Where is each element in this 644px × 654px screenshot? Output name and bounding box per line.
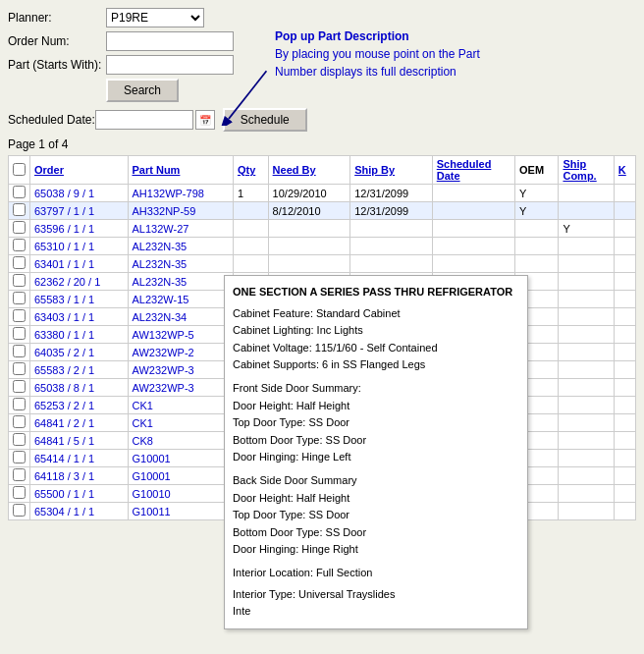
row-checkbox[interactable]	[13, 256, 26, 269]
part-num-link[interactable]: AW132WP-5	[133, 329, 194, 341]
row-ship-by: 12/31/2099	[350, 185, 433, 202]
order-link[interactable]: 63380 / 1 / 1	[34, 329, 94, 341]
part-num-link[interactable]: AL232N-34	[133, 311, 188, 323]
part-num-link[interactable]: AH132WP-798	[133, 188, 204, 199]
order-link[interactable]: 65414 / 1 / 1	[34, 453, 94, 464]
part-num-link[interactable]: AH332NP-59	[133, 205, 196, 217]
header-need-by[interactable]: Need By	[268, 156, 350, 185]
popup-front-section: Front Side Door Summary: Door Height: Ha…	[233, 380, 519, 466]
search-button[interactable]: Search	[106, 79, 179, 102]
row-checkbox[interactable]	[13, 451, 26, 463]
table-row: 63797 / 1 / 1 AH332NP-59 8/12/2010 12/31…	[9, 202, 636, 220]
planner-select[interactable]: P19RE	[106, 8, 204, 27]
scheduled-date-input[interactable]	[95, 110, 193, 130]
row-k	[614, 414, 635, 432]
order-link[interactable]: 63401 / 1 / 1	[34, 258, 94, 270]
row-checkbox-cell	[9, 202, 30, 220]
row-need-by	[268, 220, 350, 238]
row-checkbox[interactable]	[13, 362, 26, 375]
part-num-link[interactable]: AW232WP-3	[133, 382, 194, 394]
row-checkbox[interactable]	[13, 203, 26, 216]
row-checkbox[interactable]	[13, 221, 26, 234]
row-checkbox[interactable]	[13, 327, 26, 340]
row-checkbox-cell	[9, 450, 30, 467]
row-order: 64035 / 2 / 1	[30, 344, 129, 361]
row-need-by: 10/29/2010	[268, 185, 350, 202]
part-num-link[interactable]: G10010	[133, 488, 171, 500]
order-link[interactable]: 65583 / 2 / 1	[34, 364, 94, 376]
row-order: 65414 / 1 / 1	[30, 450, 129, 467]
part-num-link[interactable]: AL232N-35	[133, 241, 188, 252]
row-checkbox[interactable]	[13, 468, 26, 481]
order-link[interactable]: 63596 / 1 / 1	[34, 223, 94, 235]
order-link[interactable]: 65500 / 1 / 1	[34, 488, 94, 500]
order-link[interactable]: 64035 / 2 / 1	[34, 347, 94, 358]
row-checkbox[interactable]	[13, 292, 26, 304]
header-qty[interactable]: Qty	[233, 156, 268, 185]
row-checkbox[interactable]	[13, 486, 26, 499]
part-num-link[interactable]: CK1	[133, 417, 153, 429]
row-ship-comp	[559, 397, 614, 414]
part-num-link[interactable]: AW232WP-3	[133, 364, 194, 376]
part-num-link[interactable]: G10011	[133, 506, 171, 518]
part-input[interactable]	[106, 55, 234, 75]
part-num-link[interactable]: G10001	[133, 453, 171, 464]
row-checkbox[interactable]	[13, 398, 26, 410]
order-link[interactable]: 65304 / 1 / 1	[34, 506, 94, 518]
part-num-link[interactable]: AL132W-27	[133, 223, 189, 235]
part-num-link[interactable]: AL232W-15	[133, 294, 189, 305]
row-checkbox[interactable]	[13, 433, 26, 446]
row-ship-comp	[559, 291, 614, 308]
header-order[interactable]: Order	[30, 156, 129, 185]
order-link[interactable]: 63403 / 1 / 1	[34, 311, 94, 323]
header-scheduled-date[interactable]: ScheduledDate	[432, 156, 514, 185]
order-link[interactable]: 64841 / 2 / 1	[34, 417, 94, 429]
popup-interior-type: Interior Type: Universal Trayslides	[233, 586, 519, 604]
svg-line-1	[229, 71, 267, 119]
header-ship-by[interactable]: Ship By	[350, 156, 433, 185]
order-link[interactable]: 65583 / 1 / 1	[34, 294, 94, 305]
row-checkbox[interactable]	[13, 309, 26, 322]
header-ship-comp[interactable]: ShipComp.	[559, 156, 614, 185]
header-part-num[interactable]: Part Num	[128, 156, 233, 185]
row-checkbox[interactable]	[13, 380, 26, 393]
part-num-link[interactable]: CK1	[133, 400, 153, 411]
row-checkbox[interactable]	[13, 274, 26, 287]
row-order: 65500 / 1 / 1	[30, 485, 129, 503]
popup-features: Cabinet Feature: Standard Cabinet Cabine…	[233, 305, 519, 374]
order-link[interactable]: 64841 / 5 / 1	[34, 435, 94, 447]
part-num-link[interactable]: G10001	[133, 470, 171, 482]
part-num-link[interactable]: AL232N-35	[133, 276, 188, 288]
row-order: 65038 / 9 / 1	[30, 185, 129, 202]
row-qty: 1	[233, 185, 268, 202]
row-checkbox-cell	[9, 344, 30, 361]
row-checkbox[interactable]	[13, 504, 26, 517]
row-checkbox[interactable]	[13, 345, 26, 357]
row-ship-comp	[559, 414, 614, 432]
popup-front-3: Door Hinging: Hinge Left	[233, 449, 519, 466]
order-link[interactable]: 65038 / 8 / 1	[34, 382, 94, 394]
row-need-by: 8/12/2010	[268, 202, 350, 220]
order-link[interactable]: 65310 / 1 / 1	[34, 241, 94, 252]
order-link[interactable]: 65253 / 2 / 1	[34, 400, 94, 411]
select-all-checkbox[interactable]	[13, 163, 26, 176]
order-num-input[interactable]	[106, 31, 234, 51]
row-checkbox[interactable]	[13, 239, 26, 251]
row-part-num: G10010	[128, 485, 233, 503]
row-checkbox[interactable]	[13, 186, 26, 198]
header-checkbox[interactable]	[9, 156, 30, 185]
row-order: 65253 / 2 / 1	[30, 397, 129, 414]
order-link[interactable]: 63797 / 1 / 1	[34, 205, 94, 217]
calendar-button[interactable]: 📅	[195, 110, 215, 130]
row-checkbox-cell	[9, 308, 30, 326]
row-checkbox[interactable]	[13, 415, 26, 428]
header-k[interactable]: K	[614, 156, 635, 185]
part-num-link[interactable]: CK8	[133, 435, 153, 447]
part-num-link[interactable]: AL232N-35	[133, 258, 188, 270]
part-num-link[interactable]: AW232WP-2	[133, 347, 194, 358]
order-link[interactable]: 64118 / 3 / 1	[34, 470, 94, 482]
order-link[interactable]: 65038 / 9 / 1	[34, 188, 94, 199]
row-k	[614, 185, 635, 202]
row-part-num: G10001	[128, 450, 233, 467]
order-link[interactable]: 62362 / 20 / 1	[34, 276, 100, 288]
